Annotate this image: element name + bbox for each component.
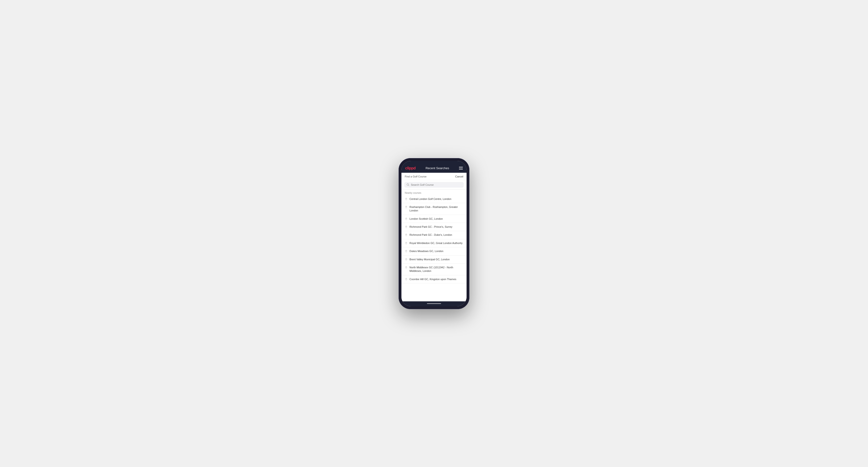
course-list-item[interactable]: Dukes Meadows GC, London xyxy=(401,247,467,255)
course-list-item[interactable]: London Scottish GC, London xyxy=(401,215,467,223)
course-name: Roehampton Club - Roehampton, Greater Lo… xyxy=(409,205,463,213)
course-list-item[interactable]: Brent Valley Municipal GC, London xyxy=(401,255,467,263)
course-list-item[interactable]: Roehampton Club - Roehampton, Greater Lo… xyxy=(401,203,467,215)
find-label: Find a Golf Course xyxy=(405,175,427,178)
search-input[interactable] xyxy=(411,183,461,186)
pin-icon xyxy=(405,217,408,221)
svg-point-7 xyxy=(406,243,406,243)
pin-icon xyxy=(405,278,408,281)
course-name: Royal Wimbledon GC, Great London Authori… xyxy=(409,241,463,245)
header-title: Recent Searches xyxy=(426,166,449,170)
pin-icon xyxy=(405,206,408,209)
app-header: clippd Recent Searches xyxy=(401,164,467,173)
course-name: Dukes Meadows GC, London xyxy=(409,249,443,253)
cancel-button[interactable]: Cancel xyxy=(455,175,463,178)
pin-icon xyxy=(405,242,408,245)
course-name: Brent Valley Municipal GC, London xyxy=(409,258,450,261)
course-name: London Scottish GC, London xyxy=(409,217,443,221)
content-area: Find a Golf Course Cancel Nearby courses xyxy=(401,173,467,301)
course-list-item[interactable]: Coombe Hill GC, Kingston upon Thames xyxy=(401,275,467,283)
svg-point-8 xyxy=(406,251,406,251)
svg-point-9 xyxy=(406,259,406,259)
svg-point-10 xyxy=(406,267,406,268)
course-list-item[interactable]: Richmond Park GC - Prince's, Surrey xyxy=(401,223,467,231)
phone-screen: clippd Recent Searches Find a Golf Cours… xyxy=(401,161,467,306)
app-logo: clippd xyxy=(405,166,415,170)
phone-frame: clippd Recent Searches Find a Golf Cours… xyxy=(399,158,469,309)
course-name: North Middlesex GC (1011942 - North Midd… xyxy=(409,266,463,273)
course-name: Richmond Park GC - Prince's, Surrey xyxy=(409,225,453,229)
menu-button[interactable] xyxy=(459,167,463,169)
find-bar: Find a Golf Course Cancel xyxy=(401,173,467,180)
home-bar xyxy=(427,303,441,304)
nearby-label: Nearby courses xyxy=(401,190,467,195)
svg-point-4 xyxy=(406,218,406,219)
course-name: Coombe Hill GC, Kingston upon Thames xyxy=(409,278,457,281)
course-list-item[interactable]: North Middlesex GC (1011942 - North Midd… xyxy=(401,263,467,275)
course-name: Richmond Park GC - Duke's, London xyxy=(409,233,452,237)
search-container xyxy=(401,180,467,190)
pin-icon xyxy=(405,225,408,229)
course-list: Central London Golf Centre, London Roeha… xyxy=(401,195,467,284)
svg-point-2 xyxy=(406,198,406,199)
course-name: Central London Golf Centre, London xyxy=(409,197,451,201)
nearby-section: Nearby courses Central London Golf Centr… xyxy=(401,190,467,301)
pin-icon xyxy=(405,250,408,253)
svg-point-11 xyxy=(406,279,406,279)
course-list-item[interactable]: Central London Golf Centre, London xyxy=(401,195,467,203)
course-list-item[interactable]: Richmond Park GC - Duke's, London xyxy=(401,231,467,239)
svg-point-0 xyxy=(407,184,409,185)
search-icon xyxy=(407,183,409,186)
svg-point-5 xyxy=(406,226,406,227)
search-box xyxy=(404,182,464,188)
home-indicator xyxy=(401,301,467,306)
svg-line-1 xyxy=(408,185,409,186)
svg-point-3 xyxy=(406,207,406,207)
pin-icon xyxy=(405,258,408,261)
status-bar xyxy=(401,161,467,164)
course-list-item[interactable]: Royal Wimbledon GC, Great London Authori… xyxy=(401,239,467,247)
svg-point-6 xyxy=(406,234,406,235)
pin-icon xyxy=(405,266,408,269)
pin-icon xyxy=(405,197,408,201)
pin-icon xyxy=(405,234,408,237)
